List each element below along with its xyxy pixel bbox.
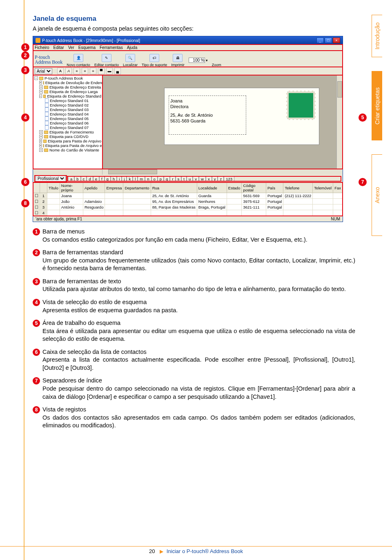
- tree-leaf[interactable]: Endereço Standard 06: [50, 121, 89, 125]
- index-tab-c[interactable]: c: [81, 176, 87, 181]
- tb-novo-contacto[interactable]: 👤Novo contacto: [67, 54, 90, 67]
- index-tab-z[interactable]: z: [218, 176, 224, 181]
- bold-button[interactable]: A: [57, 68, 64, 74]
- label-preview[interactable]: Joana Directora 25, Av. de St. António 5…: [164, 88, 319, 145]
- scroll-thumb[interactable]: [337, 81, 342, 98]
- index-tab-u[interactable]: u: [187, 176, 193, 181]
- tree-item[interactable]: Etiqueta de Fornecimento: [49, 130, 94, 134]
- minimize-button[interactable]: _: [316, 38, 324, 43]
- col-header[interactable]: Estado: [227, 183, 242, 193]
- scroll-thumb[interactable]: [108, 169, 157, 174]
- index-tab-s[interactable]: s: [176, 176, 182, 181]
- zoom-input[interactable]: [189, 58, 205, 63]
- tree-item[interactable]: Etiqueta para Pasta de Arquivo em: [45, 143, 102, 148]
- italic-button[interactable]: A: [65, 68, 72, 74]
- index-tab-t[interactable]: t: [181, 176, 187, 181]
- index-tab-v[interactable]: v: [193, 176, 199, 181]
- tree-leaf[interactable]: Endereço Standard 05: [50, 116, 89, 121]
- expand-icon[interactable]: +: [39, 135, 43, 138]
- tree-leaf[interactable]: Endereço Standard 02: [50, 103, 89, 107]
- tree-item[interactable]: Etiqueta de Endereço Standard: [47, 94, 101, 98]
- align-left-button[interactable]: ≡: [74, 68, 80, 74]
- col-header[interactable]: Apelido: [83, 183, 105, 193]
- table-row[interactable]: ☐2JoãoAdamásio95, Av. dos EmpresáriosNen…: [33, 199, 343, 204]
- menu-ver[interactable]: Ver: [68, 45, 74, 50]
- collapse-icon[interactable]: −: [34, 76, 38, 80]
- col-header[interactable]: Telefone: [283, 183, 313, 193]
- tree-item[interactable]: Etiqueta de Endereço Larga: [49, 89, 98, 94]
- vt-bot-button[interactable]: ▄: [114, 68, 121, 74]
- collapse-icon[interactable]: −: [39, 94, 42, 98]
- table-row[interactable]: ☐1Joana25, Av. de St. AntónioGuarda5631-…: [33, 193, 343, 199]
- index-tab-j[interactable]: j: [122, 176, 127, 181]
- menu-editar[interactable]: Editar: [53, 45, 64, 50]
- index-tab-k[interactable]: k: [127, 176, 133, 181]
- tb-imprimir[interactable]: 🖶Imprimir: [171, 54, 185, 67]
- col-header[interactable]: Código postal: [242, 183, 266, 193]
- menu-ferramentas[interactable]: Ferramentas: [100, 45, 123, 50]
- col-header[interactable]: Fax: [333, 183, 343, 193]
- maximize-button[interactable]: □: [325, 38, 332, 43]
- tree-item[interactable]: Etiqueta para CD/DVD: [49, 134, 89, 139]
- expand-icon[interactable]: +: [39, 148, 43, 152]
- tb-editar-contacto[interactable]: ✎Editar contacto: [94, 54, 119, 67]
- canvas-hscroll[interactable]: [102, 169, 343, 175]
- index-tab-r[interactable]: r: [170, 176, 175, 181]
- index-tab-i[interactable]: i: [117, 176, 122, 181]
- col-header[interactable]: Departamento: [123, 183, 151, 193]
- stamp-placeholder[interactable]: [288, 92, 314, 118]
- contact-list-select[interactable]: Profissional: [35, 176, 67, 182]
- index-tab-e[interactable]: e: [93, 176, 99, 181]
- tb-localizar[interactable]: 🔍Localizar: [123, 54, 138, 67]
- index-tab-123[interactable]: 123: [224, 176, 234, 181]
- table-row[interactable]: ☐3AntónioResguardo88, Parque das Madeira…: [33, 204, 343, 210]
- col-header[interactable]: Rua: [151, 183, 197, 193]
- index-tab-b[interactable]: b: [74, 176, 80, 181]
- layout-canvas[interactable]: Joana Directora 25, Av. de St. António 5…: [102, 75, 343, 169]
- close-button[interactable]: ×: [333, 38, 340, 43]
- col-header[interactable]: Título: [47, 183, 60, 193]
- expand-icon[interactable]: +: [39, 139, 42, 143]
- tree-leaf[interactable]: Endereço Standard 03: [50, 107, 89, 112]
- table-row[interactable]: ☐4: [33, 210, 343, 216]
- vt-mid-button[interactable]: ▬: [106, 68, 113, 74]
- col-header[interactable]: Empresa: [105, 183, 123, 193]
- index-tab-o[interactable]: o: [151, 176, 158, 181]
- tree-leaf[interactable]: Endereço Standard 01: [50, 98, 89, 103]
- col-header[interactable]: Nome-próprio: [60, 183, 83, 193]
- font-select[interactable]: Arial: [35, 68, 52, 74]
- index-tab-y[interactable]: y: [212, 176, 218, 181]
- menu-esquema[interactable]: Esquema: [78, 45, 96, 50]
- index-tab-q[interactable]: q: [164, 176, 170, 181]
- index-tab-n[interactable]: n: [145, 176, 151, 181]
- align-right-button[interactable]: ≡: [90, 68, 96, 74]
- tree-item[interactable]: Etiqueta para Pasta de Arquivo: [48, 139, 101, 143]
- vertical-scrollbar[interactable]: [336, 76, 342, 169]
- footer-link[interactable]: Iniciar o P-touch® Address Book: [167, 548, 243, 554]
- contact-list-dropdown[interactable]: Profissional: [36, 176, 66, 182]
- col-header[interactable]: Telemóvel: [313, 183, 333, 193]
- col-header[interactable]: País: [266, 183, 283, 193]
- align-center-button[interactable]: ≡: [82, 68, 88, 74]
- index-tab-d[interactable]: d: [87, 176, 93, 181]
- tree-item[interactable]: Etiqueta de Endereço Estreita: [49, 85, 101, 89]
- expand-icon[interactable]: +: [39, 90, 43, 93]
- record-table[interactable]: TítuloNome-próprioApelidoEmpresaDepartam…: [33, 182, 343, 216]
- index-tab-g[interactable]: g: [105, 176, 111, 181]
- expand-icon[interactable]: +: [39, 85, 43, 89]
- index-tab-a[interactable]: a: [68, 176, 74, 181]
- tree-item[interactable]: Nome do Cartão de Visitante: [49, 148, 99, 152]
- tree-leaf[interactable]: Endereço Standard 04: [50, 112, 89, 116]
- index-tab-p[interactable]: p: [158, 176, 164, 181]
- index-tab-m[interactable]: m: [138, 176, 145, 181]
- index-tab-w[interactable]: w: [199, 176, 206, 181]
- expand-icon[interactable]: +: [39, 130, 43, 134]
- expand-icon[interactable]: +: [39, 144, 42, 147]
- index-tab-x[interactable]: x: [206, 176, 212, 181]
- col-header[interactable]: Localidade: [197, 183, 227, 193]
- menu-ficheiro[interactable]: Ficheiro: [35, 45, 49, 50]
- tree-hscroll[interactable]: [33, 169, 102, 175]
- tb-zoom[interactable]: ▾: [189, 58, 208, 67]
- style-tree[interactable]: −P-touch Address Book +Etiqueta de Devol…: [33, 75, 102, 169]
- tree-item[interactable]: Etiqueta de Devolução de Endereço: [45, 80, 102, 85]
